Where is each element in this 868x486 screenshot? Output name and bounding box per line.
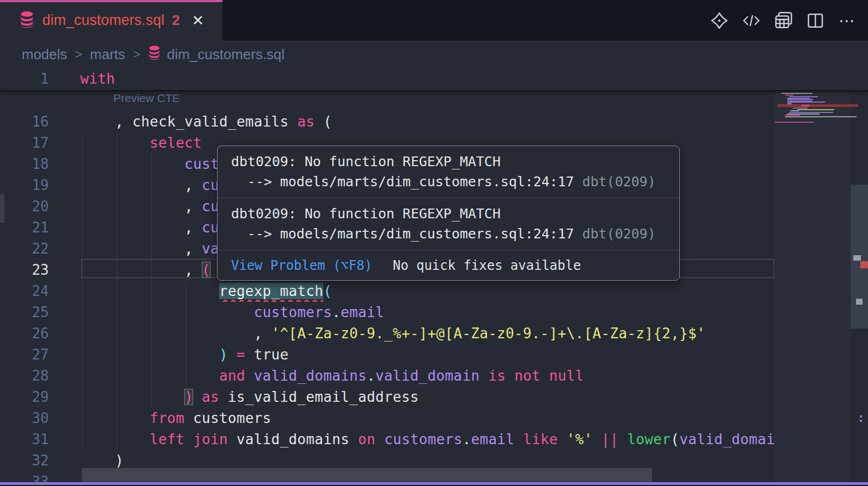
breadcrumb-models[interactable]: models — [22, 46, 67, 63]
code-text: select — [80, 132, 202, 154]
code-text: left join valid_domains on customers.ema… — [80, 429, 774, 450]
line-number: 30 — [0, 408, 49, 429]
minimap-line — [785, 116, 857, 117]
dbt-icon[interactable] — [710, 11, 729, 30]
minimap-line — [787, 102, 825, 103]
code-text: ) = true — [80, 344, 289, 365]
tab-dim-customers[interactable]: dim_customers.sql 2 ✕ — [0, 0, 222, 41]
code-line-27[interactable]: 27) = true — [0, 344, 774, 365]
code-text: and valid_domains.valid_domain is not nu… — [80, 365, 584, 387]
split-editor-icon[interactable] — [806, 11, 825, 30]
minimap-line — [793, 108, 808, 109]
minimap-line — [789, 96, 818, 97]
minimap-line — [790, 110, 799, 111]
editor-window: dim_customers.sql 2 ✕ — [0, 0, 868, 486]
code-line-30[interactable]: 30from customers — [0, 408, 774, 429]
line-number: 31 — [0, 429, 49, 450]
line-number: 25 — [0, 302, 49, 323]
more-actions-icon[interactable]: ⋯ — [838, 11, 857, 30]
minimap-line — [775, 122, 814, 123]
line-number: 26 — [0, 323, 49, 344]
minimap-line — [801, 105, 809, 106]
database-icon — [148, 45, 161, 64]
minimap-line — [781, 93, 813, 94]
diagnostic-message: dbt0209: No function REGEXP_MATCH --> mo… — [218, 146, 679, 198]
preview-results-icon[interactable] — [774, 11, 793, 30]
code-text: from customers — [80, 408, 271, 429]
sticky-scroll-line[interactable]: 1 with — [0, 68, 868, 91]
ruler-mark-purple — [860, 420, 862, 422]
ruler-mark-purple — [860, 415, 862, 418]
code-line-28[interactable]: 28and valid_domains.valid_domain is not … — [0, 365, 774, 387]
error-token: regexp_match — [219, 283, 323, 299]
minimap-line — [787, 99, 813, 100]
line-number: 21 — [0, 217, 49, 238]
minimap-line — [797, 109, 834, 110]
tab-filename: dim_customers.sql — [42, 12, 164, 29]
code-editor[interactable]: 16, check_valid_emails as (17select18cus… — [0, 68, 868, 486]
line-number: 29 — [0, 387, 49, 408]
tab-bar: dim_customers.sql 2 ✕ — [0, 0, 868, 41]
line-number: 24 — [0, 281, 49, 302]
ruler-mark-gray — [856, 299, 863, 305]
codelens-preview-cte[interactable]: Preview CTE — [113, 92, 180, 105]
code-text: , cu — [80, 196, 219, 217]
minimap[interactable] — [774, 68, 851, 486]
diagnostic-hover: dbt0209: No function REGEXP_MATCH --> mo… — [217, 146, 680, 281]
line-number: 20 — [0, 196, 49, 217]
line-number: 19 — [0, 175, 49, 196]
line-number: 16 — [0, 111, 49, 132]
breadcrumb: models > marts > dim_customers.sql — [0, 41, 868, 68]
diagnostic-message: dbt0209: No function REGEXP_MATCH --> mo… — [218, 198, 679, 250]
code-line-31[interactable]: 31left join valid_domains on customers.e… — [0, 429, 774, 450]
breadcrumb-marts[interactable]: marts — [90, 46, 125, 63]
hover-footer: View Problem (⌥F8) No quick fixes availa… — [218, 250, 679, 280]
line-number: 18 — [0, 154, 49, 175]
minimap-line — [785, 115, 800, 116]
minimap-line — [785, 94, 794, 96]
minimap-line — [777, 104, 858, 107]
line-number: 1 — [0, 68, 49, 90]
tab-dirty-count: 2 — [172, 12, 180, 29]
editor-actions: ⋯ — [710, 0, 857, 41]
code-text: , ( — [80, 260, 210, 281]
active-tab-accent — [0, 0, 222, 2]
close-icon[interactable]: ✕ — [192, 12, 205, 29]
line-number: 27 — [0, 344, 49, 365]
breadcrumb-file[interactable]: dim_customers.sql — [148, 45, 285, 64]
code-text: , va — [80, 238, 219, 260]
quick-fix-status: No quick fixes available — [393, 258, 581, 273]
code-line-26[interactable]: 26, '^[A-Za-z0-9._%+-]+@[A-Za-z0-9.-]+\.… — [0, 323, 774, 344]
sticky-code: with — [80, 68, 115, 90]
code-text: , check_valid_emails as ( — [80, 111, 332, 132]
code-text: , '^[A-Za-z0-9._%+-]+@[A-Za-z0-9.-]+\.[A… — [80, 323, 705, 344]
vertical-scrollbar[interactable] — [851, 68, 868, 486]
code-text: customers.email — [80, 302, 384, 323]
code-text: ) as is_valid_email_address — [80, 387, 419, 408]
minimap-line — [789, 112, 833, 113]
code-line-25[interactable]: 25customers.email — [0, 302, 774, 323]
compiled-code-icon[interactable] — [742, 11, 761, 30]
diagnostic-messages: dbt0209: No function REGEXP_MATCH --> mo… — [218, 146, 679, 250]
line-number: 28 — [0, 365, 49, 387]
breadcrumb-filename: dim_customers.sql — [167, 46, 285, 63]
code-text: regexp_match( — [80, 281, 332, 302]
code-line-29[interactable]: 29) as is_valid_email_address — [0, 387, 774, 408]
code-text: cust — [80, 154, 219, 175]
view-problem-link[interactable]: View Problem (⌥F8) — [231, 258, 372, 273]
ruler-mark-gray — [853, 255, 861, 261]
line-number: 32 — [0, 450, 49, 471]
ruler-mark-red — [860, 261, 868, 268]
chevron-right-icon: > — [133, 47, 141, 62]
code-text: , cu — [80, 217, 219, 238]
chevron-right-icon: > — [75, 47, 82, 62]
line-number: 17 — [0, 132, 49, 154]
code-line-16[interactable]: 16, check_valid_emails as ( — [0, 111, 774, 132]
line-number: 23 — [0, 260, 49, 281]
database-icon — [20, 11, 34, 30]
horizontal-scrollbar[interactable] — [82, 468, 652, 482]
code-line-24[interactable]: 24regexp_match( — [0, 281, 774, 302]
code-text: , cu — [80, 175, 219, 196]
line-number: 22 — [0, 238, 49, 260]
